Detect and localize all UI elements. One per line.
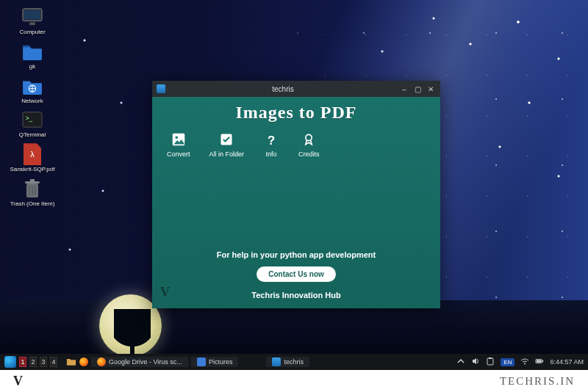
app-body: Images to PDF Convert All in Folder ? In… <box>152 97 440 308</box>
app-menu-button[interactable] <box>4 356 16 368</box>
task-firefox[interactable]: Google Drive - Virus sc... <box>91 357 188 367</box>
desktop-icon-label: gk <box>29 64 35 70</box>
language-indicator[interactable]: EN <box>501 358 514 366</box>
app-toolbar: Convert All in Folder ? Info Credits <box>167 131 320 158</box>
workspace-4[interactable]: 4 <box>50 357 57 367</box>
task-label: techris <box>284 358 304 366</box>
svg-rect-2 <box>29 22 35 25</box>
window-title: techris <box>170 85 396 93</box>
file-manager-launcher[interactable] <box>66 356 76 368</box>
svg-rect-22 <box>537 360 542 362</box>
contact-button[interactable]: Contact Us now <box>257 266 336 282</box>
svg-rect-17 <box>487 358 493 365</box>
workspace-2[interactable]: 2 <box>29 357 37 367</box>
footer-brand: TECHRIS.IN <box>500 375 575 388</box>
credits-button[interactable]: Credits <box>298 131 320 158</box>
svg-rect-7 <box>25 181 40 184</box>
desktop-icon-label: QTerminal <box>19 132 46 139</box>
desktop-icons-column: Computer gk Network >_ QTerminal Sanskri… <box>7 6 57 208</box>
desktop-icon-label: Computer <box>19 29 45 36</box>
minimize-button[interactable]: – <box>399 84 409 94</box>
workspace-3[interactable]: 3 <box>40 357 47 367</box>
svg-rect-18 <box>489 357 492 359</box>
svg-rect-21 <box>542 360 543 363</box>
svg-point-19 <box>525 363 526 365</box>
close-button[interactable]: ✕ <box>426 84 436 94</box>
task-label: Google Drive - Virus sc... <box>109 358 182 366</box>
computer-icon <box>20 6 45 28</box>
svg-text:>_: >_ <box>26 115 33 122</box>
wifi-icon[interactable] <box>520 357 529 367</box>
clock[interactable]: 6:44:57 AM <box>550 358 584 366</box>
system-tray: EN 6:44:57 AM <box>456 357 584 367</box>
folder-small-icon <box>197 357 206 366</box>
image-icon <box>171 131 187 148</box>
bottom-panel: 1 2 3 4 Google Drive - Virus sc... Pictu… <box>0 354 588 370</box>
checkbox-icon <box>218 131 234 148</box>
clipboard-icon[interactable] <box>486 357 495 367</box>
svg-text:?: ? <box>268 134 275 147</box>
question-icon: ? <box>263 131 279 148</box>
convert-button[interactable]: Convert <box>167 131 190 158</box>
footer-logo: V <box>13 374 23 389</box>
wallpaper-tree <box>114 309 151 357</box>
svg-rect-8 <box>30 179 35 181</box>
tray-up-icon[interactable] <box>456 357 465 367</box>
trash-icon <box>20 178 45 200</box>
firefox-icon <box>97 357 106 366</box>
firefox-launcher[interactable] <box>79 357 88 366</box>
app-window: techris – ▢ ✕ Images to PDF Convert All … <box>152 81 440 308</box>
desktop-icon-label: Sanskrit-SQP.pdf <box>10 167 55 173</box>
app-icon <box>157 84 165 93</box>
app-small-icon <box>272 357 281 366</box>
desktop-icon-label: Network <box>21 98 43 105</box>
volume-icon[interactable] <box>471 357 480 367</box>
toolbar-label: Info <box>266 150 277 158</box>
svg-point-13 <box>175 136 178 139</box>
desktop-icon-label: Trash (One Item) <box>10 201 55 208</box>
task-label: Pictures <box>209 358 233 366</box>
desktop-icon-trash[interactable]: Trash (One Item) <box>7 178 57 208</box>
titlebar[interactable]: techris – ▢ ✕ <box>152 81 440 97</box>
desktop-icon-computer[interactable]: Computer <box>7 6 57 36</box>
desktop-icon-qterminal[interactable]: >_ QTerminal <box>7 109 57 139</box>
folder-icon <box>20 40 45 62</box>
toolbar-label: All in Folder <box>209 150 245 158</box>
network-folder-icon <box>20 75 45 97</box>
workspace-1[interactable]: 1 <box>19 357 26 367</box>
maximize-button[interactable]: ▢ <box>412 84 423 94</box>
desktop-icon-network[interactable]: Network <box>7 75 57 105</box>
info-button[interactable]: ? Info <box>263 131 279 158</box>
toolbar-label: Convert <box>167 150 190 158</box>
app-corner-logo: V <box>160 285 170 300</box>
help-text: For help in your python app development <box>217 250 376 259</box>
svg-rect-1 <box>24 10 40 20</box>
svg-point-16 <box>306 134 312 140</box>
task-pictures[interactable]: Pictures <box>191 357 239 367</box>
desktop-icon-gk[interactable]: gk <box>7 40 57 70</box>
pdf-icon <box>20 143 45 165</box>
task-techris[interactable]: techris <box>266 357 309 367</box>
terminal-icon: >_ <box>20 109 45 131</box>
all-in-folder-button[interactable]: All in Folder <box>209 131 245 158</box>
toolbar-label: Credits <box>298 150 320 158</box>
battery-icon[interactable] <box>535 357 544 367</box>
desktop-icon-sanskrit-pdf[interactable]: Sanskrit-SQP.pdf <box>7 143 57 173</box>
page-footer: V TECHRIS.IN <box>0 370 588 392</box>
app-heading: Images to PDF <box>236 103 357 123</box>
badge-icon <box>301 131 317 148</box>
hub-label: Techris Innovation Hub <box>251 291 340 300</box>
